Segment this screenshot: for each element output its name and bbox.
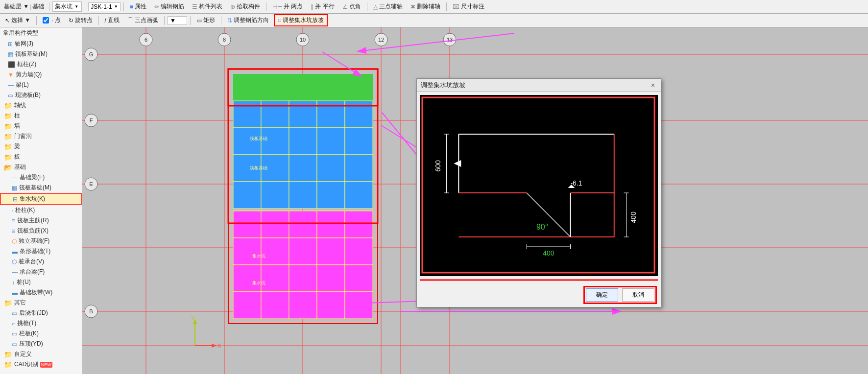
sidebar-item-beam[interactable]: — 梁(L) <box>0 80 82 90</box>
sidebar-folder-other[interactable]: 📁 其它 <box>0 298 82 308</box>
cast-slab-icon: ▭ <box>8 92 13 99</box>
sidebar-item-coping-label: 压顶(YD) <box>19 340 43 348</box>
svg-rect-45 <box>317 155 345 182</box>
adjust-rebar-dir-btn[interactable]: ⇅ 调整钢筋方向 <box>224 15 272 25</box>
property-btn[interactable]: ■ 属性 <box>127 1 149 12</box>
angle-btn[interactable]: ∠ 点角 <box>339 1 364 12</box>
parallel-btn[interactable]: ∥ 并 平行 <box>308 1 337 12</box>
component-list-icon: ☰ <box>192 3 197 10</box>
edit-rebar-btn[interactable]: ✏ 编辑钢筋 <box>151 1 187 12</box>
three-point-axis-btn[interactable]: △ 三点辅轴 <box>370 1 406 12</box>
rect-btn[interactable]: ▭ 矩形 <box>193 15 218 25</box>
svg-rect-69 <box>289 292 317 319</box>
sidebar-item-eave-label: 挑檐(T) <box>17 319 36 327</box>
rotate-point-btn[interactable]: ↻ 旋转点 <box>66 15 96 25</box>
arc-btn[interactable]: ⌒ 三点画弧 <box>124 15 161 25</box>
arc-icon: ⌒ <box>127 16 133 24</box>
pile-icon: ↓ <box>12 279 15 286</box>
pit-id-label: JSK-1-1 <box>91 3 112 10</box>
ind-foundation-icon: ⬡ <box>12 238 17 245</box>
point-check[interactable]: · 点 <box>40 15 63 25</box>
pit-icon: ⊟ <box>13 196 18 203</box>
foundation-label: 基础 <box>32 2 44 11</box>
sidebar-item-foundation-band[interactable]: ▬ 基础板带(W) <box>0 287 82 298</box>
svg-rect-58 <box>261 238 289 265</box>
sidebar-folder-axis[interactable]: 📁 轴线 <box>0 100 82 111</box>
sidebar-item-parapet[interactable]: ▭ 栏板(K) <box>0 328 82 339</box>
sidebar-item-neg-rebar[interactable]: ≡ 筏板负筋(X) <box>0 226 82 236</box>
sidebar-item-grid[interactable]: ⊞ 轴网(J) <box>0 39 82 49</box>
adjust-pit-slope-btn[interactable]: ⌗ 调整集水坑放坡 <box>274 14 328 26</box>
shape-dropdown[interactable]: ▼ <box>168 16 187 25</box>
dialog-close-btn[interactable]: × <box>649 81 657 89</box>
sidebar-item-pile-cap[interactable]: ⬡ 桩承台(V) <box>0 257 82 267</box>
pit-type-dropdown[interactable]: 集水坑 ▼ <box>52 1 82 12</box>
sidebar-folder-custom-label: 自定义 <box>14 350 32 358</box>
sidebar-folder-window[interactable]: 📁 门窗洞 <box>0 131 82 141</box>
sidebar-item-column[interactable]: ⬛ 框柱(Z) <box>0 59 82 70</box>
sidebar-item-stud-label: 栓柱(K) <box>15 206 35 214</box>
sidebar-item-post-pour[interactable]: ▭ 后浇带(JD) <box>0 308 82 318</box>
folder-window-icon: 📁 <box>4 133 12 140</box>
sep-2 <box>85 2 85 11</box>
raft-foundation-icon: ▦ <box>12 185 17 191</box>
sidebar-item-pit[interactable]: ⊟ 集水坑(K) <box>0 193 82 205</box>
main-rebar-icon: ≡ <box>12 217 15 224</box>
pick-component-btn[interactable]: ⊕ 拾取构件 <box>227 1 263 12</box>
sidebar-item-strip[interactable]: ▬ 条形基础(T) <box>0 246 82 257</box>
line-btn[interactable]: / 直线 <box>102 15 122 25</box>
sidebar-folder-beam[interactable]: 📁 梁 <box>0 141 82 152</box>
svg-rect-36 <box>345 101 373 128</box>
beam-icon: — <box>8 82 14 89</box>
dialog-diagram: 600 400 400 -6.1 90° <box>420 95 658 276</box>
svg-rect-35 <box>317 101 345 128</box>
sidebar-item-foundation-beam[interactable]: — 基础梁(F) <box>0 172 82 183</box>
sidebar-folder-col[interactable]: 📁 柱 <box>0 111 82 121</box>
sidebar-item-stud[interactable]: · 栓柱(K) <box>0 205 82 215</box>
two-point-btn[interactable]: ⊣⊢ 并 两点 <box>269 1 306 12</box>
sidebar-item-raft-foundation[interactable]: ▦ 筏板基础(M) <box>0 183 82 193</box>
component-list-btn[interactable]: ☰ 构件列表 <box>189 1 225 12</box>
foundation-band-icon: ▬ <box>12 289 18 296</box>
sidebar-folder-slab[interactable]: 📁 板 <box>0 152 82 162</box>
sidebar-item-main-rebar[interactable]: ≡ 筏板主筋(R) <box>0 215 82 226</box>
sidebar-item-shear-wall[interactable]: ▼ 剪力墙(Q) <box>0 70 82 80</box>
post-pour-icon: ▭ <box>12 310 17 317</box>
edit-rebar-icon: ✏ <box>154 3 159 10</box>
sidebar-item-cap-beam[interactable]: — 承台梁(F) <box>0 267 82 277</box>
sidebar-item-ind-foundation-label: 独立基础(F) <box>19 237 49 245</box>
dialog-cancel-btn[interactable]: 取消 <box>622 288 654 302</box>
sidebar-item-beam-label: 梁(L) <box>16 81 29 89</box>
svg-rect-61 <box>345 238 373 265</box>
sidebar-folder-custom[interactable]: 📁 自定义 <box>0 349 82 359</box>
sidebar-item-raft[interactable]: ▦ 筏板基础(M) <box>0 49 82 59</box>
layer-dropdown[interactable]: 基础层 ▼ | 基础 <box>2 1 46 12</box>
sidebar-item-post-pour-label: 后浇带(JD) <box>19 309 48 317</box>
sidebar-folder-cad[interactable]: 📁 CAD识别 NEW <box>0 359 82 370</box>
rotate-label: 旋转点 <box>75 16 93 24</box>
sidebar-item-ind-foundation[interactable]: ⬡ 独立基础(F) <box>0 236 82 246</box>
svg-rect-39 <box>289 128 317 155</box>
sidebar-item-pile[interactable]: ↓ 桩(U) <box>0 277 82 287</box>
svg-rect-62 <box>233 265 261 292</box>
foundation-beam-icon: — <box>12 174 18 181</box>
select-dropdown[interactable]: ↖ 选择 ▼ <box>2 15 33 25</box>
sidebar-item-coping[interactable]: ▭ 压顶(YD) <box>0 339 82 349</box>
svg-text:Y: Y <box>191 315 195 321</box>
svg-text:X: X <box>217 343 221 349</box>
sidebar-folder-wall[interactable]: 📁 墙 <box>0 121 82 131</box>
sidebar-item-eave[interactable]: ⌐ 挑檐(T) <box>0 318 82 328</box>
dimension-btn[interactable]: ⌧ 尺寸标注 <box>450 1 487 12</box>
delete-axis-icon: ✖ <box>410 3 415 10</box>
sidebar-item-cast-slab[interactable]: ▭ 现浇板(B) <box>0 90 82 100</box>
sidebar-folder-foundation[interactable]: 📂 基础 <box>0 162 82 172</box>
delete-axis-btn[interactable]: ✖ 删除辅轴 <box>408 1 443 12</box>
svg-rect-50 <box>317 182 345 209</box>
three-point-icon: △ <box>373 3 378 10</box>
pile-cap-icon: ⬡ <box>12 258 17 265</box>
svg-rect-64 <box>289 265 317 292</box>
cap-beam-icon: — <box>12 269 18 276</box>
point-checkbox[interactable] <box>43 17 49 23</box>
pit-id-dropdown[interactable]: JSK-1-1 ▼ <box>88 2 120 11</box>
dialog-confirm-btn[interactable]: 确定 <box>586 288 618 302</box>
